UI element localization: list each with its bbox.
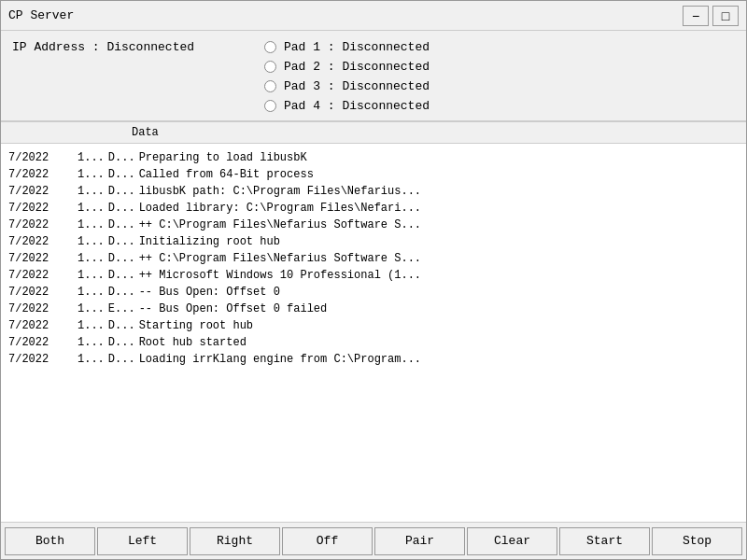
maximize-button[interactable]: □ xyxy=(712,6,739,26)
both-button[interactable]: Both xyxy=(5,527,95,555)
log-row: 7/2022 1... E... -- Bus Open: Offset 0 f… xyxy=(8,301,739,317)
log-message: Loaded library: C:\Program Files\Nefari.… xyxy=(139,200,421,217)
log-col-type-header xyxy=(105,126,128,139)
log-type: D... xyxy=(108,317,135,334)
log-level: 1... xyxy=(78,233,105,250)
ip-address-section: IP Address : Disconnected xyxy=(12,40,246,54)
log-type: D... xyxy=(108,200,135,217)
log-message: libusbK path: C:\Program Files\Nefarius.… xyxy=(139,183,421,200)
pad-1-item: Pad 1 : Disconnected xyxy=(264,40,430,54)
log-type: D... xyxy=(108,166,135,183)
log-row: 7/2022 1... D... Called from 64-Bit proc… xyxy=(8,166,739,183)
log-date: 7/2022 xyxy=(8,267,74,284)
log-date: 7/2022 xyxy=(8,301,74,317)
log-row: 7/2022 1... D... Loading irrKlang engine… xyxy=(8,351,739,368)
log-row: 7/2022 1... D... -- Bus Open: Offset 0 xyxy=(8,284,739,301)
pad-1-label: Pad 1 : Disconnected xyxy=(284,40,430,54)
log-message: ++ Microsoft Windows 10 Professional (1.… xyxy=(139,267,421,284)
log-message: Root hub started xyxy=(139,334,247,351)
pad-3-radio[interactable] xyxy=(264,80,276,92)
log-date: 7/2022 xyxy=(8,250,74,267)
log-message: Preparing to load libusbK xyxy=(139,149,307,166)
log-type: D... xyxy=(108,267,135,284)
pad-1-radio[interactable] xyxy=(264,41,276,53)
log-message: ++ C:\Program Files\Nefarius Software S.… xyxy=(139,217,421,233)
log-level: 1... xyxy=(78,250,105,267)
log-message: Loading irrKlang engine from C:\Program.… xyxy=(139,351,421,368)
log-message: ++ C:\Program Files\Nefarius Software S.… xyxy=(139,250,421,267)
right-button[interactable]: Right xyxy=(190,527,280,555)
pad-4-radio[interactable] xyxy=(264,100,276,112)
log-row: 7/2022 1... D... ++ C:\Program Files\Nef… xyxy=(8,217,739,233)
stop-button[interactable]: Stop xyxy=(652,527,742,555)
log-row: 7/2022 1... D... libusbK path: C:\Progra… xyxy=(8,183,739,200)
log-row: 7/2022 1... D... ++ Microsoft Windows 10… xyxy=(8,267,739,284)
log-type: D... xyxy=(108,183,135,200)
log-message: -- Bus Open: Offset 0 xyxy=(139,284,280,301)
log-message: Initializing root hub xyxy=(139,233,280,250)
clear-button[interactable]: Clear xyxy=(467,527,557,555)
log-level: 1... xyxy=(78,166,105,183)
log-type: D... xyxy=(108,233,135,250)
title-controls: − □ xyxy=(683,6,739,26)
minimize-button[interactable]: − xyxy=(683,6,709,26)
log-level: 1... xyxy=(78,200,105,217)
log-type: D... xyxy=(108,334,135,351)
left-button[interactable]: Left xyxy=(97,527,188,555)
log-col-level-header xyxy=(78,126,101,139)
log-level: 1... xyxy=(78,301,105,317)
log-date: 7/2022 xyxy=(8,233,74,250)
log-col-date-header xyxy=(8,126,74,139)
log-level: 1... xyxy=(78,267,105,284)
log-date: 7/2022 xyxy=(8,284,74,301)
pair-button[interactable]: Pair xyxy=(374,527,465,555)
log-row: 7/2022 1... D... Initializing root hub xyxy=(8,233,739,250)
log-date: 7/2022 xyxy=(8,183,74,200)
log-level: 1... xyxy=(78,351,105,368)
pad-3-item: Pad 3 : Disconnected xyxy=(264,79,430,93)
pad-4-label: Pad 4 : Disconnected xyxy=(284,99,430,113)
log-level: 1... xyxy=(78,284,105,301)
pad-3-label: Pad 3 : Disconnected xyxy=(284,79,430,93)
log-date: 7/2022 xyxy=(8,351,74,368)
log-message: -- Bus Open: Offset 0 failed xyxy=(139,301,328,317)
log-type: D... xyxy=(108,149,135,166)
log-section: Data 7/2022 1... D... Preparing to load … xyxy=(1,121,746,522)
title-bar: CP Server − □ xyxy=(1,1,746,31)
log-output[interactable]: 7/2022 1... D... Preparing to load libus… xyxy=(1,144,746,522)
pad-list: Pad 1 : Disconnected Pad 2 : Disconnecte… xyxy=(264,40,430,113)
log-row: 7/2022 1... D... ++ C:\Program Files\Nef… xyxy=(8,250,739,267)
log-col-data-header: Data xyxy=(132,126,159,139)
log-date: 7/2022 xyxy=(8,217,74,233)
log-date: 7/2022 xyxy=(8,200,74,217)
log-type: D... xyxy=(108,217,135,233)
log-level: 1... xyxy=(78,317,105,334)
log-type: D... xyxy=(108,250,135,267)
log-level: 1... xyxy=(78,149,105,166)
log-type: D... xyxy=(108,351,135,368)
log-header: Data xyxy=(1,122,746,144)
log-row: 7/2022 1... D... Preparing to load libus… xyxy=(8,149,739,166)
log-row: 7/2022 1... D... Loaded library: C:\Prog… xyxy=(8,200,739,217)
bottom-bar: Both Left Right Off Pair Clear Start Sto… xyxy=(1,522,746,559)
log-type: E... xyxy=(108,301,135,317)
log-level: 1... xyxy=(78,183,105,200)
ip-address-label: IP Address : Disconnected xyxy=(12,40,194,54)
off-button[interactable]: Off xyxy=(282,527,373,555)
log-message: Starting root hub xyxy=(139,317,253,334)
log-type: D... xyxy=(108,284,135,301)
log-row: 7/2022 1... D... Root hub started xyxy=(8,334,739,351)
log-date: 7/2022 xyxy=(8,166,74,183)
main-window: CP Server − □ IP Address : Disconnected … xyxy=(0,0,747,560)
log-message: Called from 64-Bit process xyxy=(139,166,314,183)
pad-2-radio[interactable] xyxy=(264,61,276,73)
log-level: 1... xyxy=(78,217,105,233)
log-row: 7/2022 1... D... Starting root hub xyxy=(8,317,739,334)
log-level: 1... xyxy=(78,334,105,351)
pad-2-item: Pad 2 : Disconnected xyxy=(264,60,430,74)
start-button[interactable]: Start xyxy=(559,527,650,555)
pad-4-item: Pad 4 : Disconnected xyxy=(264,99,430,113)
pad-2-label: Pad 2 : Disconnected xyxy=(284,60,430,74)
window-title: CP Server xyxy=(8,8,74,22)
log-date: 7/2022 xyxy=(8,149,74,166)
